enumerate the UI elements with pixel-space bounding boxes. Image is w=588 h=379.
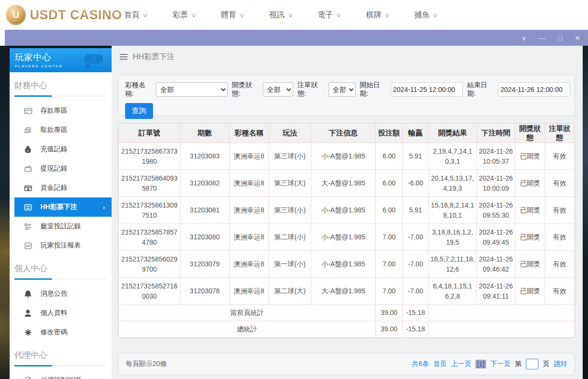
sidebar-item-change-password[interactable]: 修改密碼 bbox=[10, 323, 112, 342]
page-title: HH彩票下注 bbox=[133, 52, 175, 62]
sidebar-item-announcements[interactable]: 消息公告 bbox=[10, 284, 112, 303]
lottery-name-label: 彩種名稱: bbox=[125, 81, 153, 98]
end-date-input[interactable] bbox=[498, 82, 570, 97]
next-page-link[interactable]: 下一页 bbox=[490, 360, 511, 368]
summary-winloss: -15.18 bbox=[403, 305, 429, 321]
sidebar-item-recharge-record[interactable]: $ 充值記錄 bbox=[10, 140, 112, 159]
col-play-type: 玩法 bbox=[269, 124, 311, 143]
chevron-down-icon: ∨ bbox=[335, 12, 342, 19]
nav-item-home[interactable]: 首頁∨ bbox=[124, 10, 148, 20]
total-summary-row: 總統計 39.00 -15.18 bbox=[119, 321, 575, 338]
page-suffix-label: 页 bbox=[543, 360, 550, 368]
sidebar-item-funds-record[interactable]: 資金記錄 bbox=[10, 178, 112, 197]
nav-item-slots[interactable]: 電子∨ bbox=[318, 10, 341, 20]
col-draw-status: 開獎狀態 bbox=[515, 124, 545, 143]
section-divider bbox=[14, 96, 107, 96]
site-logo[interactable]: U USDT CASINO bbox=[6, 5, 122, 25]
chevron-down-icon: ∨ bbox=[142, 12, 148, 19]
hamburger-menu-icon[interactable] bbox=[120, 54, 128, 60]
bets-table: 訂單號 期數 彩種名稱 玩法 下注信息 投注額 輸贏 開獎結果 下注時間 開獎狀… bbox=[118, 123, 575, 338]
document-icon bbox=[24, 376, 32, 379]
nav-item-fishing[interactable]: 捕魚∨ bbox=[414, 10, 438, 20]
table-row: 215217325856029970031203079澳洲幸运8第一球(小)小-… bbox=[119, 251, 575, 278]
sidebar-item-room-bet-record[interactable]: 廳室投註記錄 bbox=[10, 217, 112, 236]
sidebar-item-agent-rules[interactable]: 代理規則說明 bbox=[10, 371, 112, 379]
section-personal-title: 個人中心 bbox=[14, 263, 112, 274]
bets-table-card: 訂單號 期數 彩種名稱 玩法 下注信息 投注額 輸贏 開獎結果 下注時間 開獎狀… bbox=[118, 123, 575, 338]
nav-item-cards[interactable]: 棋牌∨ bbox=[366, 10, 390, 20]
table-row: 215217325867373198031203083澳洲幸运8第三球(小)小-… bbox=[119, 143, 575, 170]
col-order-no: 訂單號 bbox=[119, 124, 180, 143]
order-status-label: 注單狀態: bbox=[297, 81, 326, 98]
col-bet-info: 下注信息 bbox=[311, 124, 376, 143]
gamepad-icon bbox=[81, 50, 108, 70]
sidebar-item-withdraw[interactable]: 取款專區 bbox=[10, 120, 112, 140]
breadcrumb: HH彩票下注 bbox=[112, 46, 583, 68]
summary-label: 總統計 bbox=[119, 321, 376, 338]
lottery-bet-icon bbox=[24, 203, 32, 211]
sidebar: 玩家中心 PLAYERS CENTER 財務中心 存款專區 取款專區 $ 充值記… bbox=[10, 48, 112, 379]
current-page-badge: [1] bbox=[475, 360, 486, 368]
logo-coin-icon: U bbox=[6, 5, 26, 25]
summary-amount: 39.00 bbox=[376, 321, 403, 338]
chevron-down-icon: ∨ bbox=[239, 12, 245, 19]
order-status-select[interactable]: 全部 bbox=[329, 82, 356, 97]
section-divider bbox=[14, 366, 107, 366]
chevron-down-icon: ∨ bbox=[191, 12, 197, 19]
table-header-row: 訂單號 期數 彩種名稱 玩法 下注信息 投注額 輸贏 開獎結果 下注時間 開獎狀… bbox=[119, 124, 575, 143]
room-bet-list-icon bbox=[24, 222, 32, 231]
nav-item-video[interactable]: 視訊∨ bbox=[269, 10, 293, 20]
jump-link[interactable]: 跳转 bbox=[554, 360, 567, 368]
sidebar-item-deposit[interactable]: 存款專區 bbox=[10, 101, 112, 120]
first-page-link[interactable]: 首页 bbox=[433, 360, 447, 368]
sidebar-item-withdraw-record[interactable]: 提現記錄 bbox=[10, 159, 112, 178]
table-row: 215217325861309751031203081澳洲幸运8第三球(小)小-… bbox=[119, 197, 575, 224]
window-close-button[interactable]: ✕ bbox=[575, 35, 580, 41]
sidebar-item-profile[interactable]: 個人資料 bbox=[10, 303, 112, 323]
players-center-header: 玩家中心 PLAYERS CENTER bbox=[10, 48, 112, 72]
gear-icon bbox=[24, 328, 32, 337]
table-row: 215217325864093587031203082澳洲幸运8第三球(大)大-… bbox=[119, 170, 575, 197]
page-prefix-label: 第 bbox=[515, 360, 522, 368]
window-collapse-button[interactable]: ∨ bbox=[522, 35, 526, 41]
nav-item-lottery[interactable]: 彩票∨ bbox=[173, 10, 196, 20]
current-page-summary-row: 當前頁統計 39.00 -15.18 bbox=[119, 305, 575, 321]
sidebar-item-player-report[interactable]: 玩家投注報表 bbox=[10, 236, 112, 255]
funds-record-icon bbox=[24, 183, 32, 192]
chevron-down-icon: ∨ bbox=[287, 12, 294, 19]
start-date-input[interactable] bbox=[391, 82, 463, 97]
user-icon bbox=[24, 309, 32, 317]
prev-page-link[interactable]: 上一页 bbox=[451, 360, 471, 368]
search-button[interactable]: 查詢 bbox=[125, 103, 153, 119]
pagination-bar: 每頁顯示20條 共6条 首页 上一页 [1] 下一页 第 页 跳转 bbox=[118, 353, 575, 375]
sidebar-item-hh-lottery-bets[interactable]: HH彩票下注 › bbox=[14, 197, 112, 217]
bell-icon bbox=[24, 289, 32, 298]
nav-item-sports[interactable]: 體育∨ bbox=[221, 10, 244, 20]
col-draw-result: 開獎結果 bbox=[429, 124, 477, 143]
summary-winloss: -15.18 bbox=[403, 321, 429, 338]
chevron-right-icon: › bbox=[103, 204, 105, 211]
col-lottery-name: 彩種名稱 bbox=[230, 124, 269, 143]
section-divider bbox=[14, 279, 107, 279]
draw-status-label: 開獎狀態: bbox=[232, 81, 260, 98]
page-size-text: 每頁顯示20條 bbox=[126, 360, 167, 368]
table-row: 215217325852716003031203078澳洲幸运8第二球(大)大-… bbox=[119, 278, 575, 305]
section-finance-title: 財務中心 bbox=[14, 80, 112, 91]
table-row: 215217325857857478031203080澳洲幸运8第二球(小)小-… bbox=[119, 224, 575, 251]
window-minimize-button[interactable]: — bbox=[539, 35, 546, 41]
page-number-input[interactable] bbox=[526, 359, 538, 369]
window-maximize-button[interactable]: □ bbox=[558, 35, 562, 41]
lottery-name-select[interactable]: 全部 bbox=[156, 82, 227, 97]
site-nav-items: 首頁∨ 彩票∨ 體育∨ 視訊∨ 電子∨ 棋牌∨ 捕魚∨ bbox=[124, 0, 438, 30]
withdraw-record-icon bbox=[24, 164, 32, 173]
chevron-down-icon: ∨ bbox=[384, 12, 390, 19]
main-content: HH彩票下注 彩種名稱: 全部 開獎狀態: 全部 注單狀態: 全部 開始日期: … bbox=[112, 46, 583, 379]
col-bet-time: 下注時間 bbox=[477, 124, 515, 143]
logo-text: USDT CASINO bbox=[30, 8, 122, 23]
total-count-text: 共6条 bbox=[412, 360, 429, 368]
recharge-moneybag-icon: $ bbox=[24, 145, 32, 154]
draw-status-select[interactable]: 全部 bbox=[263, 82, 293, 97]
summary-label: 當前頁統計 bbox=[119, 305, 376, 321]
deposit-card-icon bbox=[24, 106, 32, 115]
col-order-status: 注單狀態 bbox=[545, 124, 575, 143]
